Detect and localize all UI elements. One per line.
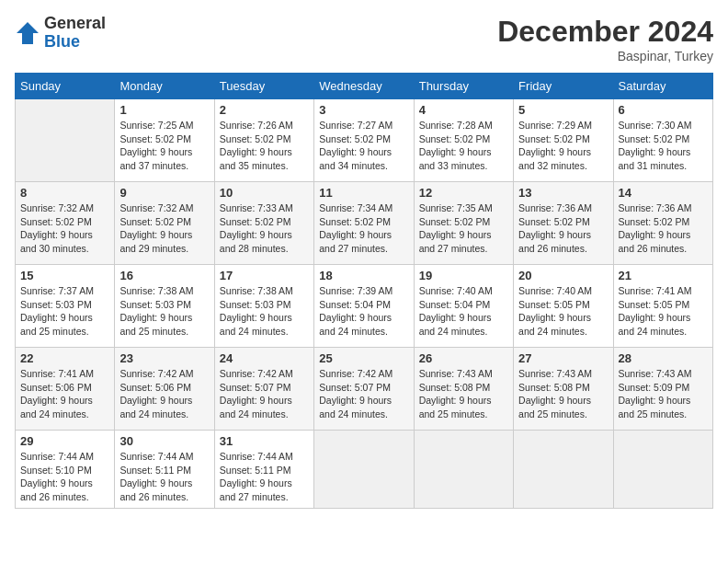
day-info-line: Sunset: 5:02 PM xyxy=(619,216,690,227)
day-info-line: Sunrise: 7:30 AM xyxy=(619,120,692,131)
day-info-line: Sunset: 5:02 PM xyxy=(119,133,191,144)
day-info-line: Sunrise: 7:40 AM xyxy=(518,285,592,296)
day-info-line: Sunrise: 7:32 AM xyxy=(20,202,94,213)
day-number: 6 xyxy=(619,103,708,117)
day-number: 4 xyxy=(419,103,508,117)
day-info-line: Sunset: 5:02 PM xyxy=(518,216,590,227)
calendar-header-row: SundayMondayTuesdayWednesdayThursdayFrid… xyxy=(16,74,713,99)
day-info-line: and 27 minutes. xyxy=(220,491,289,502)
day-info: Sunrise: 7:26 AMSunset: 5:02 PMDaylight:… xyxy=(220,119,309,173)
day-number: 28 xyxy=(619,351,708,365)
day-info-line: Daylight: 9 hours xyxy=(619,229,691,240)
day-info-line: Sunset: 5:02 PM xyxy=(319,216,391,227)
day-info-line: Sunrise: 7:42 AM xyxy=(319,368,392,379)
day-info-line: Sunset: 5:02 PM xyxy=(20,216,92,227)
day-number: 22 xyxy=(20,351,109,365)
calendar-cell: 5Sunrise: 7:29 AMSunset: 5:02 PMDaylight… xyxy=(514,99,613,182)
calendar-cell xyxy=(613,431,712,509)
day-number: 14 xyxy=(619,186,708,200)
day-info-line: Sunset: 5:11 PM xyxy=(220,465,291,476)
day-info-line: Daylight: 9 hours xyxy=(619,146,691,157)
day-info-line: Sunset: 5:08 PM xyxy=(419,382,491,393)
day-number: 11 xyxy=(319,186,408,200)
day-info-line: Sunset: 5:04 PM xyxy=(419,299,491,310)
day-info: Sunrise: 7:36 AMSunset: 5:02 PMDaylight:… xyxy=(518,201,608,256)
day-number: 25 xyxy=(319,351,408,365)
day-info-line: and 24 minutes. xyxy=(20,408,89,419)
day-info-line: and 32 minutes. xyxy=(518,160,587,171)
day-info-line: Sunset: 5:06 PM xyxy=(20,382,92,393)
calendar-week-row: 29Sunrise: 7:44 AMSunset: 5:10 PMDayligh… xyxy=(16,431,713,509)
calendar-week-row: 8Sunrise: 7:32 AMSunset: 5:02 PMDaylight… xyxy=(16,182,713,265)
day-info-line: Daylight: 9 hours xyxy=(419,312,492,323)
weekday-header-tuesday: Tuesday xyxy=(214,74,313,99)
day-info-line: Sunrise: 7:40 AM xyxy=(419,285,493,296)
day-number: 16 xyxy=(119,269,209,282)
calendar-cell: 10Sunrise: 7:33 AMSunset: 5:02 PMDayligh… xyxy=(214,182,313,265)
calendar-week-row: 15Sunrise: 7:37 AMSunset: 5:03 PMDayligh… xyxy=(16,265,713,348)
calendar-cell: 23Sunrise: 7:42 AMSunset: 5:06 PMDayligh… xyxy=(115,348,214,431)
day-info-line: Daylight: 9 hours xyxy=(419,229,492,240)
day-info: Sunrise: 7:42 AMSunset: 5:06 PMDaylight:… xyxy=(119,367,209,421)
day-number: 26 xyxy=(419,351,508,365)
day-info-line: and 24 minutes. xyxy=(518,326,587,337)
calendar-cell: 15Sunrise: 7:37 AMSunset: 5:03 PMDayligh… xyxy=(16,265,115,348)
logo-blue-text: Blue xyxy=(44,33,106,52)
day-info-line: and 24 minutes. xyxy=(319,408,388,419)
day-info-line: Daylight: 9 hours xyxy=(220,146,292,157)
weekday-header-thursday: Thursday xyxy=(414,74,513,99)
day-number: 8 xyxy=(20,186,109,200)
day-number: 31 xyxy=(220,434,309,448)
day-info-line: Sunset: 5:10 PM xyxy=(20,465,92,476)
calendar-cell: 14Sunrise: 7:36 AMSunset: 5:02 PMDayligh… xyxy=(613,182,712,265)
logo-icon xyxy=(15,20,40,46)
calendar-cell: 12Sunrise: 7:35 AMSunset: 5:02 PMDayligh… xyxy=(414,182,513,265)
calendar-cell: 29Sunrise: 7:44 AMSunset: 5:10 PMDayligh… xyxy=(16,431,115,509)
day-info: Sunrise: 7:44 AMSunset: 5:10 PMDaylight:… xyxy=(20,450,109,504)
day-info: Sunrise: 7:27 AMSunset: 5:02 PMDaylight:… xyxy=(319,119,408,173)
calendar-cell xyxy=(314,431,414,509)
day-number: 23 xyxy=(119,351,209,365)
day-info: Sunrise: 7:39 AMSunset: 5:04 PMDaylight:… xyxy=(319,284,408,339)
day-info-line: Daylight: 9 hours xyxy=(119,395,192,406)
day-info-line: Sunrise: 7:34 AM xyxy=(319,202,392,213)
day-info: Sunrise: 7:29 AMSunset: 5:02 PMDaylight:… xyxy=(518,119,608,173)
day-info-line: and 28 minutes. xyxy=(220,243,289,254)
logo-text: General Blue xyxy=(44,15,106,52)
day-info-line: Daylight: 9 hours xyxy=(419,146,492,157)
day-info-line: Daylight: 9 hours xyxy=(319,229,392,240)
calendar-cell: 24Sunrise: 7:42 AMSunset: 5:07 PMDayligh… xyxy=(214,348,313,431)
title-block: December 2024 Baspinar, Turkey xyxy=(497,15,713,63)
day-info-line: Sunrise: 7:44 AM xyxy=(119,451,193,462)
day-info-line: Sunset: 5:06 PM xyxy=(119,382,191,393)
calendar-cell: 21Sunrise: 7:41 AMSunset: 5:05 PMDayligh… xyxy=(613,265,712,348)
day-info-line: Sunrise: 7:43 AM xyxy=(419,368,493,379)
svg-marker-0 xyxy=(17,22,39,44)
calendar-cell: 16Sunrise: 7:38 AMSunset: 5:03 PMDayligh… xyxy=(115,265,214,348)
day-info-line: and 27 minutes. xyxy=(319,243,388,254)
day-info: Sunrise: 7:35 AMSunset: 5:02 PMDaylight:… xyxy=(419,201,508,256)
day-info: Sunrise: 7:30 AMSunset: 5:02 PMDaylight:… xyxy=(619,119,708,173)
day-info-line: Daylight: 9 hours xyxy=(20,395,93,406)
calendar-cell xyxy=(414,431,513,509)
day-info-line: and 31 minutes. xyxy=(619,160,688,171)
day-info-line: and 24 minutes. xyxy=(220,408,289,419)
day-info: Sunrise: 7:41 AMSunset: 5:06 PMDaylight:… xyxy=(20,367,109,421)
day-info-line: Sunset: 5:02 PM xyxy=(220,216,291,227)
calendar-cell: 3Sunrise: 7:27 AMSunset: 5:02 PMDaylight… xyxy=(314,99,414,182)
day-info-line: and 24 minutes. xyxy=(119,408,188,419)
day-info-line: Sunrise: 7:28 AM xyxy=(419,120,493,131)
day-info-line: Sunset: 5:02 PM xyxy=(419,216,491,227)
day-number: 5 xyxy=(518,103,608,117)
day-number: 1 xyxy=(119,103,209,117)
day-number: 10 xyxy=(220,186,309,200)
day-info-line: Daylight: 9 hours xyxy=(20,477,93,488)
day-info: Sunrise: 7:38 AMSunset: 5:03 PMDaylight:… xyxy=(119,284,209,339)
day-info-line: and 26 minutes. xyxy=(518,243,587,254)
day-info-line: Sunset: 5:07 PM xyxy=(220,382,291,393)
day-info-line: Sunset: 5:03 PM xyxy=(20,299,92,310)
calendar-cell: 9Sunrise: 7:32 AMSunset: 5:02 PMDaylight… xyxy=(115,182,214,265)
day-info-line: Sunset: 5:05 PM xyxy=(518,299,590,310)
day-info-line: Daylight: 9 hours xyxy=(220,395,292,406)
day-info-line: and 24 minutes. xyxy=(319,326,388,337)
